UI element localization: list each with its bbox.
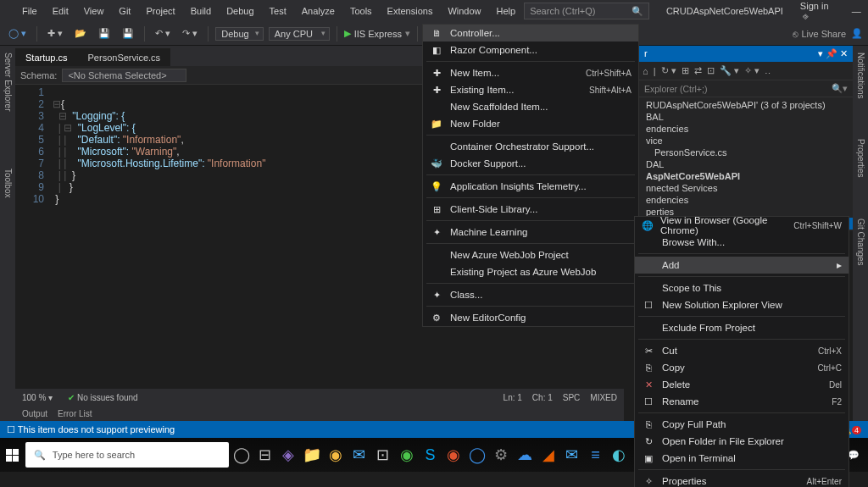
menu-item-open-folder-in-file-explorer[interactable]: ↻Open Folder in File Explorer	[635, 433, 849, 450]
right-rail: Notifications Properties Git Changes	[853, 46, 868, 421]
save-button[interactable]: 💾	[95, 26, 114, 41]
task-view[interactable]: ⊟	[254, 438, 276, 472]
menu-item-existing-item-[interactable]: ✚Existing Item...Shift+Alt+A	[423, 81, 638, 98]
toolbox-tab[interactable]: Toolbox	[3, 165, 14, 201]
menu-item-copy-full-path[interactable]: ⎘Copy Full Path	[635, 416, 849, 433]
issues-indicator[interactable]: ✔ No issues found	[68, 393, 138, 402]
task-mail[interactable]: ✉	[348, 438, 370, 472]
task-vs[interactable]: ◈	[278, 438, 300, 472]
menu-item-browse-with-[interactable]: Browse With...	[635, 234, 849, 251]
open-button[interactable]: 📂	[71, 26, 90, 41]
task-settings[interactable]: ⚙	[490, 438, 512, 472]
menu-item-exclude-from-project[interactable]: Exclude From Project	[635, 319, 849, 336]
menu-item-delete[interactable]: ✕DeleteDel	[635, 376, 849, 393]
task-store[interactable]: ⊡	[372, 438, 394, 472]
menu-extensions[interactable]: Extensions	[381, 3, 440, 19]
menu-item-scope-to-this[interactable]: Scope to This	[635, 279, 849, 296]
solution-tree[interactable]: RUDAspNetCore5WebAPI' (3 of 3 projects) …	[639, 97, 853, 231]
menu-item-copy[interactable]: ⎘CopyCtrl+C	[635, 359, 849, 376]
properties-tab[interactable]: Properties	[855, 136, 866, 181]
platform-dropdown[interactable]: Any CPU	[269, 27, 330, 41]
menu-item-application-insights-telemetry-[interactable]: 💡Application Insights Telemetry...	[423, 178, 638, 195]
menu-project[interactable]: Project	[139, 3, 181, 19]
live-share-button[interactable]: ⎋ Live Share	[793, 29, 846, 39]
menu-item-properties[interactable]: ✧PropertiesAlt+Enter	[635, 473, 849, 487]
gitchanges-tab[interactable]: Git Changes	[855, 215, 866, 269]
menu-item-machine-learning[interactable]: ✦Machine Learning	[423, 224, 638, 241]
menu-window[interactable]: Window	[441, 3, 487, 19]
task-edge2[interactable]: ◐	[608, 438, 630, 472]
output-tabs: Output Error List	[15, 406, 624, 421]
task-vscode[interactable]: ≡	[585, 438, 607, 472]
menu-item-view-in-browser-google-chrome-[interactable]: 🌐View in Browser (Google Chrome)Ctrl+Shi…	[635, 217, 849, 234]
config-dropdown[interactable]: Debug	[215, 27, 263, 41]
account-icon[interactable]: 👤	[851, 28, 863, 39]
zoom[interactable]: 100 % ▾	[22, 393, 53, 402]
start-button[interactable]	[2, 438, 24, 472]
task-explorer[interactable]: 📁	[301, 438, 323, 472]
menu-item-rename[interactable]: ☐RenameF2	[635, 393, 849, 410]
notifications-tab[interactable]: Notifications	[855, 49, 866, 102]
menu-build[interactable]: Build	[184, 3, 218, 19]
sol-search[interactable]: Explorer (Ctrl+;)🔍▾	[639, 80, 853, 97]
menu-test[interactable]: Test	[263, 3, 293, 19]
task-mail2[interactable]: ✉	[561, 438, 583, 472]
menu-help[interactable]: Help	[490, 3, 523, 19]
menu-item-client-side-library-[interactable]: ⊞Client-Side Library...	[423, 201, 638, 218]
menu-item-add[interactable]: Add▸	[635, 257, 849, 274]
menubar: File Edit View Git Project Build Debug T…	[0, 0, 868, 22]
menu-item-open-in-terminal[interactable]: ▣Open in Terminal	[635, 450, 849, 467]
menu-item-cut[interactable]: ✂CutCtrl+X	[635, 342, 849, 359]
menu-file[interactable]: File	[15, 3, 44, 19]
back-button[interactable]: ◯ ▾	[5, 26, 30, 41]
menu-view[interactable]: View	[77, 3, 111, 19]
editor-status-bar: 100 % ▾ ✔ No issues found Ln: 1 Ch: 1 SP…	[15, 389, 624, 406]
output-tab[interactable]: Output	[22, 409, 47, 418]
sign-in-link[interactable]: Sign in ⎆	[800, 1, 837, 21]
menu-debug[interactable]: Debug	[220, 3, 260, 19]
task-edge1[interactable]: ◯	[466, 438, 488, 472]
task-app1[interactable]: ◉	[442, 438, 465, 472]
taskbar-search[interactable]: 🔍 Type here to search	[25, 442, 229, 468]
project-name: CRUDAspNetCore5WebAPI	[656, 6, 793, 16]
menu-item-class-[interactable]: ✦Class...	[423, 286, 638, 303]
menu-item-new-editorconfig[interactable]: ⚙New EditorConfig	[423, 309, 638, 326]
minimize-button[interactable]: —	[843, 6, 868, 16]
tab-startup[interactable]: Startup.cs	[15, 48, 78, 66]
menu-edit[interactable]: Edit	[46, 3, 75, 19]
task-cloud[interactable]: ☁	[514, 438, 536, 472]
schema-dropdown[interactable]: <No Schema Selected>	[62, 69, 186, 82]
save-all-button[interactable]: 💾	[119, 26, 137, 41]
menu-item-new-scaffolded-item-[interactable]: New Scaffolded Item...	[423, 98, 638, 115]
menu-analyze[interactable]: Analyze	[295, 3, 342, 19]
new-file-button[interactable]: ✚ ▾	[44, 26, 66, 41]
context-menu: 🌐View in Browser (Google Chrome)Ctrl+Shi…	[634, 216, 849, 487]
redo-button[interactable]: ↷ ▾	[179, 26, 201, 41]
task-whatsapp[interactable]: ◉	[396, 438, 418, 472]
menu-item-existing-project-as-azure-webjob[interactable]: Existing Project as Azure WebJob	[423, 263, 638, 280]
search-input[interactable]: Search (Ctrl+Q)🔍	[524, 3, 649, 19]
task-chrome[interactable]: ◉	[325, 438, 347, 472]
lineending-indicator: MIXED	[590, 393, 617, 402]
menu-item-new-solution-explorer-view[interactable]: ☐New Solution Explorer View	[635, 296, 849, 313]
task-cortana[interactable]: ◯	[231, 438, 253, 472]
menu-item-controller-[interactable]: 🗎Controller...	[423, 25, 638, 42]
sol-close-icon[interactable]: ▾ 📌 ✕	[818, 48, 848, 59]
menu-item-new-azure-webjob-project[interactable]: New Azure WebJob Project	[423, 246, 638, 263]
task-skype[interactable]: S	[420, 438, 442, 472]
menu-item-new-item-[interactable]: ✚New Item...Ctrl+Shift+A	[423, 64, 638, 81]
errorlist-tab[interactable]: Error List	[58, 409, 92, 418]
menu-item-razor-component-[interactable]: ◧Razor Component...	[423, 42, 638, 58]
undo-button[interactable]: ↶ ▾	[152, 26, 174, 41]
menu-git[interactable]: Git	[112, 3, 137, 19]
menu-item-new-folder[interactable]: 📁New Folder	[423, 115, 638, 132]
sol-toolbar: ⌂|↻ ▾⊞⇄⊡🔧 ▾✧ ▾‥	[639, 62, 853, 80]
server-explorer-tab[interactable]: Server Explorer	[3, 49, 14, 114]
tab-personservice[interactable]: PersonService.cs	[78, 48, 171, 66]
menu-item-docker-support-[interactable]: 🐳Docker Support...	[423, 155, 638, 172]
menu-tools[interactable]: Tools	[343, 3, 379, 19]
menu-item-container-orchestrator-support-[interactable]: Container Orchestrator Support...	[423, 138, 638, 155]
left-rail: Server Explorer Toolbox	[0, 46, 15, 421]
start-button[interactable]: ▶ IIS Express ▾	[344, 28, 410, 39]
task-app2[interactable]: ◢	[537, 438, 559, 472]
